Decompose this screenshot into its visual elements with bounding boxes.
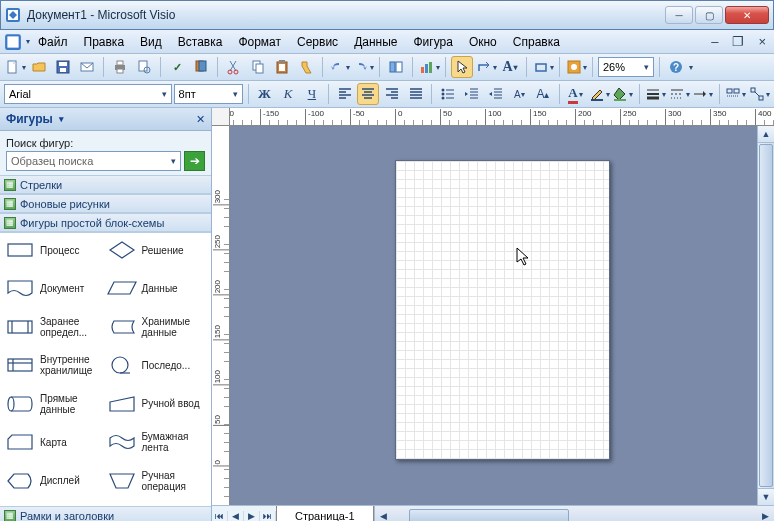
scroll-up-button[interactable]: ▲ xyxy=(758,126,774,143)
menu-edit[interactable]: Правка xyxy=(76,33,133,51)
drawing-area[interactable] xyxy=(230,126,757,505)
shape-direct-data[interactable]: Прямые данные xyxy=(4,387,106,421)
font-color-button[interactable]: A xyxy=(565,83,587,105)
paste-button[interactable] xyxy=(271,56,293,78)
scroll-right-button[interactable]: ▶ xyxy=(757,506,774,521)
shape-decision[interactable]: Решение xyxy=(106,233,208,267)
shape-paper-tape[interactable]: Бумажная лента xyxy=(106,425,208,459)
shapes-window-button[interactable] xyxy=(385,56,407,78)
decrease-indent-button[interactable] xyxy=(461,83,483,105)
undo-button[interactable] xyxy=(328,56,350,78)
open-button[interactable] xyxy=(28,56,50,78)
increase-font-button[interactable]: A▴ xyxy=(532,83,554,105)
increase-indent-button[interactable] xyxy=(485,83,507,105)
shape-display[interactable]: Дисплей xyxy=(4,464,106,498)
print-button[interactable] xyxy=(109,56,131,78)
menu-help[interactable]: Справка xyxy=(505,33,568,51)
font-combo[interactable]: Arial▾ xyxy=(4,84,172,104)
minimize-button[interactable]: ─ xyxy=(665,6,693,24)
underline-button[interactable]: Ч xyxy=(301,83,323,105)
horizontal-scrollbar[interactable]: ◀ ▶ xyxy=(374,506,774,521)
shape-predefined[interactable]: Заранее определ... xyxy=(4,310,106,344)
zoom-combo[interactable]: 26%▾ xyxy=(598,57,654,77)
shape-sequential[interactable]: Последо... xyxy=(106,348,208,382)
align-shapes-button[interactable] xyxy=(725,83,747,105)
mdi-restore-button[interactable]: ❐ xyxy=(728,34,748,49)
menu-format[interactable]: Формат xyxy=(230,33,289,51)
connector-tool-button[interactable] xyxy=(475,56,497,78)
align-left-button[interactable] xyxy=(334,83,356,105)
scroll-down-button[interactable]: ▼ xyxy=(758,488,774,505)
shape-document[interactable]: Документ xyxy=(4,271,106,305)
search-input[interactable]: Образец поиска▾ xyxy=(6,151,181,171)
category-flowchart[interactable]: Фигуры простой блок-схемы xyxy=(0,213,211,232)
insert-chart-button[interactable] xyxy=(418,56,440,78)
visio-menu-icon[interactable] xyxy=(4,33,22,51)
italic-button[interactable]: К xyxy=(277,83,299,105)
menu-file[interactable]: Файл xyxy=(30,33,76,51)
line-pattern-button[interactable] xyxy=(668,83,690,105)
tab-last-button[interactable]: ⏭ xyxy=(260,511,276,521)
cut-button[interactable] xyxy=(223,56,245,78)
text-tool-button[interactable]: A xyxy=(499,56,521,78)
shape-manual-input[interactable]: Ручной ввод xyxy=(106,387,208,421)
rectangle-tool-button[interactable] xyxy=(532,56,554,78)
help-button[interactable]: ? xyxy=(665,56,687,78)
menu-window[interactable]: Окно xyxy=(461,33,505,51)
menu-tools[interactable]: Сервис xyxy=(289,33,346,51)
mdi-close-button[interactable]: × xyxy=(754,34,770,49)
tab-prev-button[interactable]: ◀ xyxy=(228,511,244,521)
line-ends-button[interactable] xyxy=(692,83,714,105)
page-tab-1[interactable]: Страница-1 xyxy=(276,506,374,521)
hscroll-thumb[interactable] xyxy=(409,509,569,522)
panel-close-button[interactable]: ✕ xyxy=(196,113,205,126)
new-button[interactable] xyxy=(4,56,26,78)
menu-insert[interactable]: Вставка xyxy=(170,33,231,51)
align-center-button[interactable] xyxy=(357,83,379,105)
decrease-font-button[interactable]: A▾ xyxy=(508,83,530,105)
pointer-tool-button[interactable] xyxy=(451,56,473,78)
print-preview-button[interactable] xyxy=(133,56,155,78)
scroll-left-button[interactable]: ◀ xyxy=(375,506,392,521)
maximize-button[interactable]: ▢ xyxy=(695,6,723,24)
distribute-shapes-button[interactable] xyxy=(748,83,770,105)
vertical-scrollbar[interactable]: ▲ ▼ xyxy=(757,126,774,505)
theme-button[interactable] xyxy=(565,56,587,78)
panel-menu-icon[interactable]: ▾ xyxy=(59,114,64,124)
tab-next-button[interactable]: ▶ xyxy=(244,511,260,521)
align-justify-button[interactable] xyxy=(405,83,427,105)
category-frames[interactable]: Рамки и заголовки xyxy=(0,506,211,521)
fill-color-button[interactable] xyxy=(612,83,634,105)
bold-button[interactable]: Ж xyxy=(254,83,276,105)
bullets-button[interactable] xyxy=(437,83,459,105)
line-weight-button[interactable] xyxy=(645,83,667,105)
shape-process[interactable]: Процесс xyxy=(4,233,106,267)
page[interactable] xyxy=(395,160,610,460)
menu-data[interactable]: Данные xyxy=(346,33,405,51)
research-button[interactable] xyxy=(190,56,212,78)
search-go-button[interactable]: ➔ xyxy=(184,151,205,171)
mdi-minimize-button[interactable]: – xyxy=(707,34,722,49)
shape-data[interactable]: Данные xyxy=(106,271,208,305)
tab-first-button[interactable]: ⏮ xyxy=(212,511,228,521)
category-arrows[interactable]: Стрелки xyxy=(0,175,211,194)
copy-button[interactable] xyxy=(247,56,269,78)
shape-card[interactable]: Карта xyxy=(4,425,106,459)
line-color-button[interactable] xyxy=(588,83,610,105)
save-button[interactable] xyxy=(52,56,74,78)
vscroll-thumb[interactable] xyxy=(759,144,773,487)
shape-internal-storage[interactable]: Внутренне хранилище xyxy=(4,348,106,382)
font-size-combo[interactable]: 8пт▾ xyxy=(174,84,243,104)
redo-button[interactable] xyxy=(352,56,374,78)
shape-stored-data[interactable]: Хранимые данные xyxy=(106,310,208,344)
menu-shape[interactable]: Фигура xyxy=(405,33,460,51)
mail-button[interactable] xyxy=(76,56,98,78)
category-backgrounds[interactable]: Фоновые рисунки xyxy=(0,194,211,213)
align-right-button[interactable] xyxy=(381,83,403,105)
shape-manual-operation[interactable]: Ручная операция xyxy=(106,464,208,498)
format-painter-button[interactable] xyxy=(295,56,317,78)
standard-toolbar: ✓ A 26%▾ ? ▾ xyxy=(0,54,774,81)
menu-view[interactable]: Вид xyxy=(132,33,170,51)
close-button[interactable]: ✕ xyxy=(725,6,769,24)
spelling-button[interactable]: ✓ xyxy=(166,56,188,78)
